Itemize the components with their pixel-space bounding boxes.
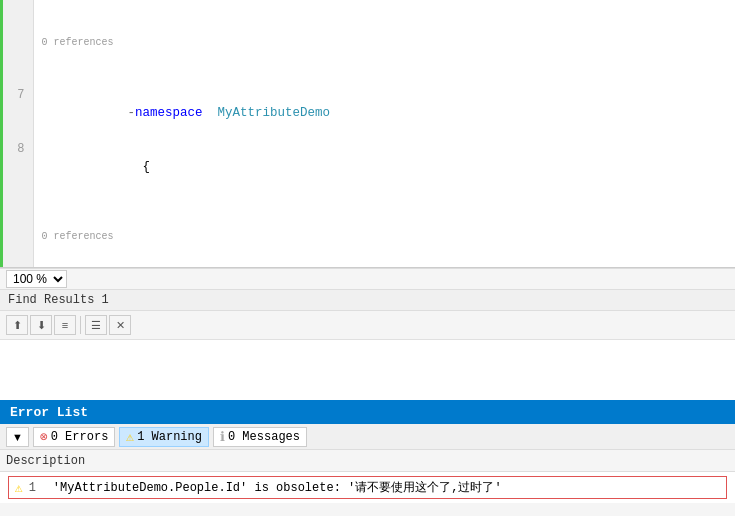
error-col-header: Description bbox=[0, 450, 735, 472]
find-results-content bbox=[0, 340, 735, 400]
table-row: 0 references bbox=[3, 0, 735, 86]
line-number bbox=[3, 0, 33, 86]
zoom-select[interactable]: 100 % bbox=[6, 270, 67, 288]
find-next-button[interactable]: ⬇ bbox=[30, 315, 52, 335]
error-list-panel: Error List ▼ ⊗ 0 Errors ⚠ 1 Warning ℹ 0 … bbox=[0, 400, 735, 516]
messages-badge[interactable]: ℹ 0 Messages bbox=[213, 427, 307, 447]
table-row: 7 -namespace MyAttributeDemo bbox=[3, 86, 735, 140]
find-prev-button[interactable]: ⬆ bbox=[6, 315, 28, 335]
filter-button[interactable]: ▼ bbox=[6, 427, 29, 447]
find-separator bbox=[80, 316, 81, 334]
error-list-title: Error List bbox=[10, 405, 88, 420]
filter-arrow-icon: ▼ bbox=[12, 431, 23, 443]
line-content: 0 references bbox=[33, 0, 735, 86]
ref-hint: 0 references bbox=[38, 36, 736, 50]
warnings-count: 1 Warning bbox=[137, 430, 202, 444]
find-results-header: Find Results 1 bbox=[0, 290, 735, 311]
description-col-label: Description bbox=[6, 454, 85, 468]
code-table: 0 references 7 -namespace MyAttributeDem… bbox=[3, 0, 735, 267]
errors-count: 0 Errors bbox=[51, 430, 109, 444]
ref-hint: 0 references bbox=[38, 230, 736, 244]
line-number: 8 bbox=[3, 140, 33, 194]
line-number: 7 bbox=[3, 86, 33, 140]
warning-icon: ⚠ bbox=[126, 429, 134, 445]
error-row[interactable]: ⚠ 1 'MyAttributeDemo.People.Id' is obsol… bbox=[8, 476, 727, 499]
line-content: -namespace MyAttributeDemo bbox=[33, 86, 735, 140]
find-toolbar: ⬆ ⬇ ≡ ☰ ✕ bbox=[0, 311, 735, 340]
error-message: 'MyAttributeDemo.People.Id' is obsolete:… bbox=[53, 479, 720, 496]
message-icon: ℹ bbox=[220, 429, 225, 445]
warnings-badge[interactable]: ⚠ 1 Warning bbox=[119, 427, 209, 447]
line-content: { bbox=[33, 140, 735, 194]
error-icon: ⊗ bbox=[40, 429, 48, 445]
messages-count: 0 Messages bbox=[228, 430, 300, 444]
find-results-panel: Find Results 1 ⬆ ⬇ ≡ ☰ ✕ bbox=[0, 290, 735, 400]
green-margin-bar bbox=[0, 0, 3, 267]
find-clear-button[interactable]: ✕ bbox=[109, 315, 131, 335]
zoom-bar: 100 % bbox=[0, 268, 735, 290]
find-all-button[interactable]: ≡ bbox=[54, 315, 76, 335]
error-list-header: Error List bbox=[0, 400, 735, 424]
error-rows: ⚠ 1 'MyAttributeDemo.People.Id' is obsol… bbox=[0, 472, 735, 503]
code-editor: 0 references 7 -namespace MyAttributeDem… bbox=[0, 0, 735, 268]
line-content: 0 references bbox=[33, 194, 735, 267]
row-warning-icon: ⚠ bbox=[15, 480, 23, 496]
error-toolbar: ▼ ⊗ 0 Errors ⚠ 1 Warning ℹ 0 Messages bbox=[0, 424, 735, 450]
find-results-title: Find Results 1 bbox=[8, 293, 109, 307]
find-list-button[interactable]: ☰ bbox=[85, 315, 107, 335]
line-number bbox=[3, 194, 33, 267]
errors-badge[interactable]: ⊗ 0 Errors bbox=[33, 427, 115, 447]
table-row: 0 references bbox=[3, 194, 735, 267]
table-row: 8 { bbox=[3, 140, 735, 194]
error-row-num: 1 bbox=[29, 481, 43, 495]
